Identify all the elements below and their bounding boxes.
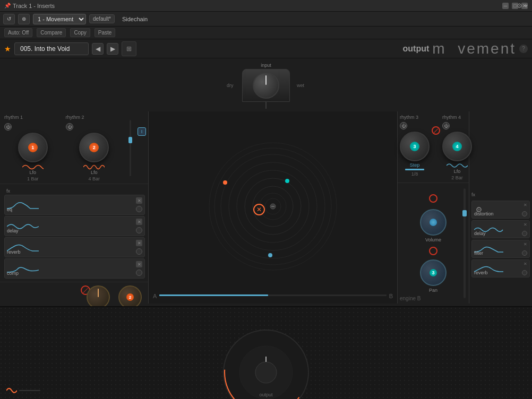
toolbar: ↺ ⊕ 1 - Movement default* Sidechain ⚙ ▾: [0, 12, 532, 27]
wet-label: wet: [297, 83, 304, 88]
copy-button[interactable]: Copy: [70, 28, 90, 37]
fx-right-panel: fx distortion ✕ delay ✕: [469, 111, 532, 303]
grid-view-button[interactable]: ⊞: [122, 41, 136, 56]
rhythm-2-power[interactable]: ⏻: [66, 123, 73, 131]
delay-power-button[interactable]: [136, 227, 142, 233]
distortion-power[interactable]: [522, 211, 527, 216]
rhythm-4-group: rhythm 4 ⏻ 4 Lfo 2 Bar: [442, 115, 472, 180]
engine-b-slider-thumb[interactable]: [462, 210, 467, 216]
reverb-close-button[interactable]: ✕: [136, 240, 142, 246]
rhythm-2-type: Lfo: [91, 170, 98, 175]
main-plugin-area: input dry wet rhythm 1 ⏻: [0, 58, 532, 399]
compare-button[interactable]: Compare: [37, 28, 66, 37]
filter-power[interactable]: [522, 250, 527, 256]
rhythm-4-title: rhythm 4: [442, 115, 472, 120]
engine-b-controls: Volume 3 Pan engine B: [398, 183, 469, 303]
input-knob-indicator: [265, 75, 267, 85]
engine-b-label: engine B: [400, 296, 421, 301]
movement-logo: m vement: [432, 40, 516, 57]
right-delay-close[interactable]: ✕: [524, 222, 527, 227]
minimize-button[interactable]: ─: [502, 3, 509, 9]
engine-a-pan-knob[interactable]: 2: [118, 285, 142, 309]
reverb-label: reverb: [7, 249, 21, 255]
engine-a-power[interactable]: I: [138, 127, 146, 136]
gear-icon[interactable]: ⚙: [517, 2, 522, 10]
volume-indicator: [98, 289, 99, 297]
fx-distortion-item: distortion ✕: [471, 201, 530, 219]
grid-icon: ⊞: [126, 45, 132, 53]
question-icon[interactable]: ?: [519, 45, 528, 53]
favorite-star[interactable]: ★: [4, 45, 11, 53]
delay-label: delay: [7, 228, 19, 233]
fx-filter-item: filter ✕: [471, 240, 530, 258]
comp-label: comp: [7, 271, 19, 276]
engine-b-volume-center: [430, 219, 437, 226]
progress-fill: [159, 294, 268, 296]
rhythm-2-title: rhythm 2: [66, 115, 123, 120]
fx-right-delay-item: delay ✕: [471, 220, 530, 238]
eq-label: eq: [7, 207, 12, 212]
input-knob[interactable]: [253, 72, 279, 99]
next-preset-button[interactable]: ▶: [107, 43, 118, 55]
orange-cross-icon: ✕: [253, 204, 265, 215]
rhythm-4-knob[interactable]: 4: [442, 132, 472, 161]
delay-close-button[interactable]: ✕: [136, 219, 142, 225]
auto-off-button[interactable]: Auto: Off: [4, 28, 32, 37]
eq-power-button[interactable]: [136, 206, 142, 212]
engine-b-bypass-icon[interactable]: [429, 194, 437, 203]
progress-track: [159, 294, 387, 296]
filter-close[interactable]: ✕: [524, 242, 527, 247]
svg-point-12: [478, 209, 480, 211]
toolbar2: Auto: Off Compare Copy Paste: [0, 27, 532, 39]
right-reverb-close[interactable]: ✕: [524, 262, 527, 266]
reverb-power-button[interactable]: [136, 248, 142, 255]
rhythm-3-power[interactable]: ⏻: [400, 122, 407, 129]
filter-label: filter: [474, 250, 483, 256]
engine-b-pan-knob[interactable]: 3: [420, 259, 447, 286]
fx-comp-item: comp ✕: [4, 258, 145, 279]
rhythm-4-number: 4: [452, 142, 462, 151]
rhythm-2-knob[interactable]: 2: [79, 133, 109, 162]
eq-close-button[interactable]: ✕: [136, 197, 142, 204]
rhythm-4-wave: [447, 162, 468, 169]
rhythm-1-knob[interactable]: 1: [18, 133, 48, 162]
bottom-section: output: [0, 306, 532, 399]
output-knob-area: output: [213, 309, 319, 399]
left-panel: rhythm 1 ⏻ 1 Lfo 1 Bar: [0, 111, 149, 303]
rhythm-3-bypass[interactable]: [432, 126, 440, 135]
right-delay-power[interactable]: [522, 231, 527, 236]
right-reverb-power[interactable]: [522, 270, 527, 275]
engine-b-bypass-2[interactable]: [429, 247, 437, 255]
loop-button[interactable]: ↺: [3, 14, 15, 24]
dry-label: dry: [227, 83, 234, 88]
rhythm-1-title: rhythm 1: [4, 115, 62, 120]
link-button[interactable]: ⊕: [18, 14, 30, 24]
fx-eq-item: eq ✕: [4, 195, 145, 215]
a-label: A: [153, 293, 157, 299]
rhythm-3-knob[interactable]: 3: [400, 132, 430, 161]
prev-preset-button[interactable]: ◀: [92, 43, 104, 55]
engine-b-pan-number: 3: [430, 269, 437, 276]
waveform-line: [19, 390, 40, 391]
rhythm-slider-track[interactable]: [127, 115, 133, 181]
engine-a-volume-knob[interactable]: [87, 285, 110, 309]
expand-icon[interactable]: ▾: [525, 2, 528, 10]
engine-b-volume-knob[interactable]: [420, 209, 447, 236]
distortion-close[interactable]: ✕: [524, 203, 527, 207]
rhythm-section-1-2: rhythm 1 ⏻ 1 Lfo 1 Bar: [0, 111, 148, 184]
rhythm-2-wave: [83, 163, 105, 170]
rhythm-1-power[interactable]: ⏻: [4, 123, 12, 131]
engine-b-slider-track[interactable]: [464, 188, 466, 298]
comp-close-button[interactable]: ✕: [136, 261, 142, 267]
track-select[interactable]: 1 - Movement: [33, 14, 86, 24]
panels-row: rhythm 1 ⏻ 1 Lfo 1 Bar: [0, 111, 532, 303]
rhythm-1-type: Lfo: [29, 170, 36, 175]
rhythm-2-bar: 4 Bar: [88, 176, 100, 181]
concentric-circles-svg: [204, 137, 342, 275]
comp-power-button[interactable]: [136, 270, 142, 276]
paste-button[interactable]: Paste: [95, 28, 116, 37]
engine-b-pan-area: 3 Pan: [420, 259, 447, 293]
rhythm-4-power[interactable]: ⏻: [442, 122, 450, 129]
rhythm-slider-thumb[interactable]: [128, 137, 132, 143]
sidechain-label: Sidechain: [122, 16, 148, 22]
